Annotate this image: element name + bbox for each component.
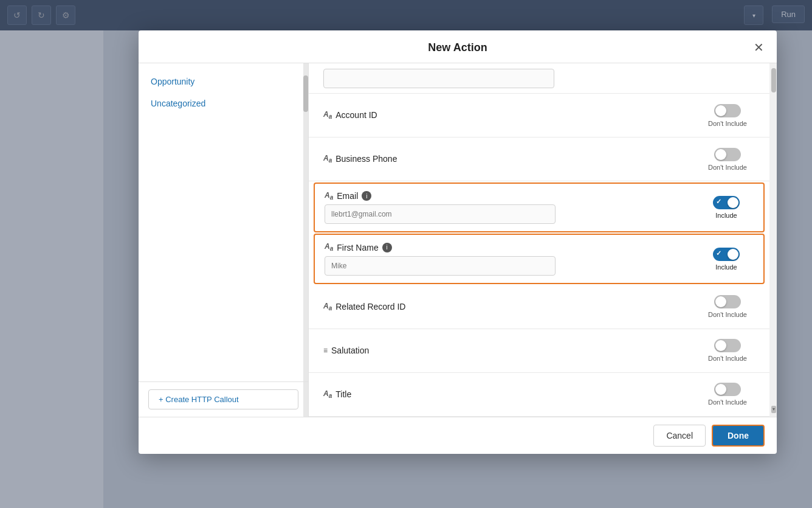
- toggle-slider-salutation: [714, 339, 741, 352]
- field-label-row-related-record-id: Aa Related Record ID: [323, 302, 700, 311]
- toggle-account-id[interactable]: [714, 104, 741, 117]
- modal-footer: Cancel Done: [139, 417, 777, 454]
- cancel-button[interactable]: Cancel: [653, 425, 706, 447]
- field-label-row-title: Aa Title: [323, 389, 700, 399]
- field-label-row-email: Aa Email i: [325, 191, 699, 201]
- modal-title: New Action: [428, 41, 487, 54]
- field-row-related-record-id: Aa Related Record ID Don't Include: [309, 285, 769, 329]
- sidebar: Opportunity Uncategorized + Create HTTP …: [139, 63, 309, 417]
- toggle-business-phone[interactable]: [714, 148, 741, 161]
- field-icon-title: Aa: [323, 389, 332, 399]
- field-info-account-id: Aa Account ID: [323, 110, 700, 120]
- toggle-area-related-record-id: Don't Include: [700, 295, 755, 318]
- modal-header: New Action ✕: [139, 30, 777, 63]
- toggle-label-salutation: Don't Include: [708, 355, 747, 362]
- modal-close-button[interactable]: ✕: [750, 39, 767, 56]
- create-http-callout-button[interactable]: + Create HTTP Callout: [148, 389, 298, 409]
- content-scrollbar-thumb[interactable]: [771, 68, 776, 92]
- info-icon-email[interactable]: i: [362, 191, 371, 201]
- toggle-area-first-name: ✓ Include: [699, 248, 754, 271]
- toggle-label-related-record-id: Don't Include: [708, 311, 747, 318]
- done-button[interactable]: Done: [712, 425, 765, 447]
- field-icon-related-record-id: Aa: [323, 302, 332, 311]
- field-label-row-first-name: Aa First Name i: [325, 242, 699, 252]
- field-info-business-phone: Aa Business Phone: [323, 154, 700, 164]
- field-row-account-id: Aa Account ID Don't Include: [309, 94, 769, 137]
- field-input-partial[interactable]: [323, 69, 554, 88]
- field-name-email: Email: [337, 191, 358, 201]
- toggle-email[interactable]: ✓: [713, 196, 740, 209]
- field-icon-first-name: Aa: [325, 242, 333, 252]
- toggle-slider-business-phone: [714, 148, 741, 161]
- field-info-related-record-id: Aa Related Record ID: [323, 302, 700, 311]
- sidebar-item-opportunity[interactable]: Opportunity: [139, 71, 308, 92]
- field-row-business-phone: Aa Business Phone Don't Include: [309, 137, 769, 181]
- field-input-first-name[interactable]: [325, 256, 556, 276]
- toggle-area-email: ✓ Include: [699, 196, 754, 219]
- toggle-area-title: Don't Include: [700, 383, 755, 406]
- toggle-label-business-phone: Don't Include: [708, 164, 747, 171]
- field-row-email: Aa Email i ✓: [314, 183, 765, 232]
- modal-dialog: New Action ✕ Opportunity Uncategorized +…: [139, 30, 777, 454]
- toggle-label-title: Don't Include: [708, 398, 747, 406]
- toggle-slider-email: ✓: [713, 196, 740, 209]
- toggle-salutation[interactable]: [714, 339, 741, 352]
- field-name-first-name: First Name: [337, 243, 378, 252]
- toggle-slider-related-record-id: [714, 295, 741, 308]
- toggle-area-account-id: Don't Include: [700, 104, 755, 127]
- toggle-slider-first-name: ✓: [713, 248, 740, 261]
- check-mark-first-name: ✓: [716, 249, 721, 257]
- toggle-title[interactable]: [714, 383, 741, 396]
- content-area: Aa Account ID Don't Include: [309, 63, 769, 417]
- field-row-title: Aa Title Don't Include: [309, 373, 769, 417]
- field-label-row-business-phone: Aa Business Phone: [323, 154, 700, 164]
- toggle-area-salutation: Don't Include: [700, 339, 755, 362]
- toggle-related-record-id[interactable]: [714, 295, 741, 308]
- toggle-slider-title: [714, 383, 741, 396]
- field-icon-salutation: ≡: [323, 346, 328, 355]
- field-name-salutation: Salutation: [331, 346, 369, 355]
- check-mark-email: ✓: [716, 198, 721, 206]
- sidebar-scrollbar-thumb[interactable]: [303, 75, 308, 112]
- sidebar-footer: + Create HTTP Callout: [139, 381, 308, 417]
- modal-body: Opportunity Uncategorized + Create HTTP …: [139, 63, 777, 417]
- field-name-account-id: Account ID: [335, 110, 377, 120]
- toggle-label-account-id: Don't Include: [708, 120, 747, 127]
- field-row-first-name: Aa First Name i ✓: [314, 234, 765, 284]
- toggle-first-name[interactable]: ✓: [713, 248, 740, 261]
- field-info-title: Aa Title: [323, 389, 700, 399]
- field-name-title: Title: [335, 389, 351, 399]
- field-name-related-record-id: Related Record ID: [335, 302, 405, 311]
- content-scroll[interactable]: Aa Account ID Don't Include: [309, 63, 769, 417]
- field-row-salutation: ≡ Salutation Don't Include: [309, 329, 769, 373]
- field-info-salutation: ≡ Salutation: [323, 346, 700, 355]
- field-info-email: Aa Email i: [325, 191, 699, 224]
- sidebar-item-uncategorized[interactable]: Uncategorized: [139, 92, 308, 114]
- field-row-top-partial: [309, 63, 769, 94]
- sidebar-scrollbar[interactable]: [303, 63, 308, 417]
- field-info-first-name: Aa First Name i: [325, 242, 699, 275]
- field-label-row-salutation: ≡ Salutation: [323, 346, 700, 355]
- toggle-area-business-phone: Don't Include: [700, 148, 755, 171]
- modal-container: New Action ✕ Opportunity Uncategorized +…: [103, 30, 812, 508]
- field-label-row-account-id: Aa Account ID: [323, 110, 700, 120]
- toggle-label-email: Include: [715, 212, 737, 219]
- field-icon-business-phone: Aa: [323, 154, 332, 164]
- field-info-partial: [323, 69, 700, 88]
- toggle-slider-account-id: [714, 104, 741, 117]
- content-scrollbar[interactable]: ▾: [769, 63, 777, 417]
- scrollbar-down-arrow[interactable]: ▾: [771, 406, 776, 413]
- field-icon-account-id: Aa: [323, 110, 332, 120]
- field-name-business-phone: Business Phone: [335, 154, 397, 164]
- toggle-label-first-name: Include: [715, 263, 737, 271]
- field-icon-email: Aa: [325, 191, 333, 201]
- info-icon-first-name[interactable]: i: [382, 243, 392, 252]
- field-input-email[interactable]: [325, 204, 556, 224]
